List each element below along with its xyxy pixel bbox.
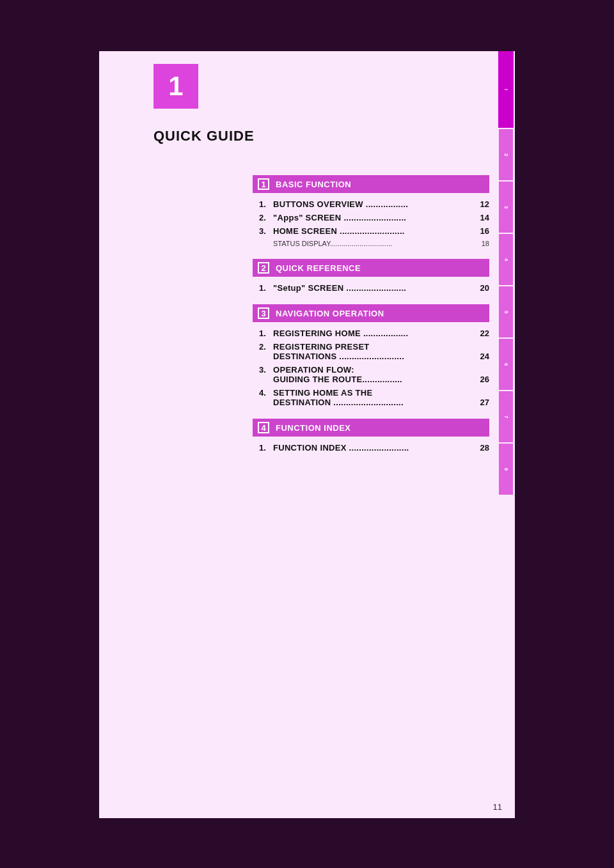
page-number: 11 <box>493 802 502 812</box>
entry-number: 2. <box>259 213 273 222</box>
sub-entry-page: 18 <box>474 240 489 247</box>
toc-entry-1-3: 3. HOME SCREEN .........................… <box>253 226 489 236</box>
entry-text: BUTTONS OVERVIEW ................. <box>273 199 474 209</box>
side-tab-7[interactable]: 7 <box>499 391 513 442</box>
entry-text: FUNCTION INDEX ........................ <box>273 443 474 453</box>
entry-page: 22 <box>474 329 489 338</box>
section-title-2: QUICK REFERENCE <box>276 263 361 273</box>
entry-page: 28 <box>474 443 489 453</box>
section-badge-1: 1 <box>258 178 269 190</box>
entry-page: 12 <box>474 199 489 209</box>
section-title-4: FUNCTION INDEX <box>276 423 351 433</box>
section-header-1: 1 BASIC FUNCTION <box>253 175 489 193</box>
section-header-2: 2 QUICK REFERENCE <box>253 259 489 277</box>
chapter-title: QUICK GUIDE <box>154 128 255 144</box>
entry-text: "Apps" SCREEN ......................... <box>273 213 474 222</box>
entry-text-line2: GUIDING THE ROUTE................ <box>273 375 474 384</box>
entry-text-line1: REGISTERING PRESET <box>273 342 489 352</box>
chapter-number-block: 1 <box>154 64 198 109</box>
toc-entry-1-1: 1. BUTTONS OVERVIEW ................. 12 <box>253 199 489 209</box>
side-tab-4[interactable]: 4 <box>499 234 513 285</box>
sub-entry-text: STATUS DISPLAY..........................… <box>273 240 474 247</box>
entry-number: 1. <box>259 329 273 338</box>
chapter-number: 1 <box>168 71 183 102</box>
side-tab-6[interactable]: 6 <box>499 339 513 390</box>
side-tab-label: 2 <box>503 153 509 156</box>
side-tab-label: 7 <box>503 415 509 418</box>
side-tab-8[interactable]: 8 <box>499 444 513 495</box>
toc-entry-3-3: 3. OPERATION FLOW: GUIDING THE ROUTE....… <box>253 365 489 384</box>
side-tab-label: 4 <box>503 258 509 261</box>
side-tab-label: i <box>503 89 509 90</box>
entry-page: 26 <box>474 375 489 384</box>
entry-number: 1. <box>259 283 273 293</box>
side-tab-2[interactable]: 2 <box>499 129 513 180</box>
entry-text-line1: OPERATION FLOW: <box>273 365 489 375</box>
side-tab-5[interactable]: 5 <box>499 286 513 337</box>
entry-page: 20 <box>474 283 489 293</box>
toc-entry-1-2: 2. "Apps" SCREEN .......................… <box>253 213 489 222</box>
entry-number: 3. <box>259 226 273 236</box>
entry-page: 24 <box>474 352 489 361</box>
entry-number: 3. <box>259 365 273 375</box>
section-header-4: 4 FUNCTION INDEX <box>253 419 489 437</box>
entry-text: HOME SCREEN .......................... <box>273 226 474 236</box>
section-badge-4: 4 <box>258 422 269 433</box>
section-badge-3: 3 <box>258 307 269 319</box>
section-badge-2: 2 <box>258 262 269 274</box>
toc-entry-3-1: 1. REGISTERING HOME .................. 2… <box>253 329 489 338</box>
toc-entry-3-4: 4. SETTING HOME AS THE DESTINATION .....… <box>253 388 489 407</box>
toc-entry-4-1: 1. FUNCTION INDEX ......................… <box>253 443 489 453</box>
entry-text: "Setup" SCREEN ........................ <box>273 283 474 293</box>
content-area: 1 BASIC FUNCTION 1. BUTTONS OVERVIEW ...… <box>253 166 489 456</box>
side-tab-label: 8 <box>503 468 509 470</box>
entry-page: 16 <box>474 226 489 236</box>
side-tab-1[interactable]: i <box>498 51 514 128</box>
entry-text-line2: DESTINATION ............................ <box>273 398 474 407</box>
entry-page: 14 <box>474 213 489 222</box>
entry-text-line2: DESTINATIONS .......................... <box>273 352 474 361</box>
section-title-3: NAVIGATION OPERATION <box>276 309 384 318</box>
side-tab-strip: i 2 3 4 5 6 7 8 <box>497 51 515 818</box>
entry-text-line1: SETTING HOME AS THE <box>273 388 489 398</box>
toc-entry-2-1: 1. "Setup" SCREEN ......................… <box>253 283 489 293</box>
section-header-3: 3 NAVIGATION OPERATION <box>253 304 489 322</box>
side-tab-label: 6 <box>503 363 509 366</box>
side-tab-label: 3 <box>503 206 509 208</box>
section-title-1: BASIC FUNCTION <box>276 180 351 189</box>
entry-number: 2. <box>259 342 273 352</box>
side-tab-label: 5 <box>503 311 509 313</box>
entry-number: 1. <box>259 443 273 453</box>
side-tab-3[interactable]: 3 <box>499 182 513 233</box>
entry-number: 1. <box>259 199 273 209</box>
entry-text: REGISTERING HOME .................. <box>273 329 474 338</box>
entry-number: 4. <box>259 388 273 398</box>
toc-entry-3-2: 2. REGISTERING PRESET DESTINATIONS .....… <box>253 342 489 361</box>
toc-sub-entry-1-3-1: STATUS DISPLAY..........................… <box>253 240 489 247</box>
entry-page: 27 <box>474 398 489 407</box>
